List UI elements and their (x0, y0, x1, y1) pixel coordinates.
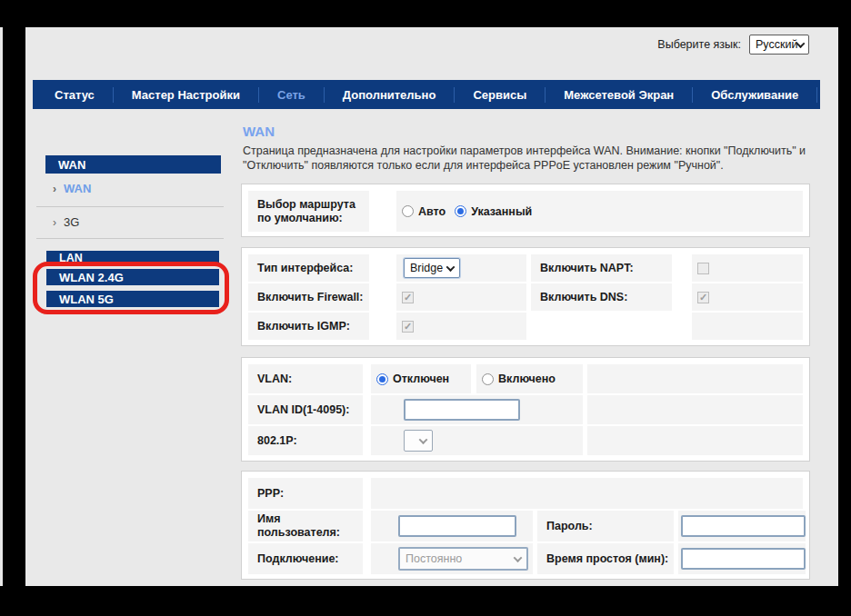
nav-item-maintenance[interactable]: Обслуживание (693, 88, 816, 102)
ppp-password-input[interactable] (681, 515, 806, 537)
vlan-label: VLAN: (248, 373, 292, 386)
igmp-checkbox (402, 321, 414, 333)
igmp-label: Включить IGMP: (248, 320, 350, 333)
page-description: Страница предназначена для настройки пар… (243, 144, 810, 173)
sidebar-item-wan[interactable]: › WAN (53, 182, 91, 195)
sidebar-item-wlan-5g[interactable]: WLAN 5G (46, 291, 219, 307)
ppp-section: PPP: Имя пользователя: Пароль: Подключен… (241, 471, 810, 580)
sidebar-header-lan: LAN (46, 251, 219, 265)
ppp-label: PPP: (248, 487, 284, 501)
route-auto-label: Авто (418, 205, 446, 218)
ppp-username-label: Имя пользователя: (248, 512, 363, 540)
ppp-password-label: Пароль: (537, 520, 593, 533)
interface-type-value: Bridge (410, 262, 443, 274)
sidebar-item-3g-label: 3G (64, 215, 79, 229)
firewall-checkbox (402, 292, 414, 303)
default-route-label: Выбор маршрута по умолчанию: (248, 198, 369, 225)
route-auto-radio[interactable] (402, 205, 414, 217)
language-label: Выберите язык: (657, 38, 741, 51)
vlan-id-label: VLAN ID(1-4095): (248, 403, 349, 417)
nav-item-network[interactable]: Сеть (259, 88, 324, 102)
language-select-value: Русский (756, 38, 797, 51)
nav-item-firewall[interactable]: Межсетевой Экран (546, 88, 692, 102)
router-admin-page: Выберите язык: Русский Статус Мастер Нас… (25, 27, 838, 586)
arrow-right-icon: › (53, 217, 56, 228)
firewall-label: Включить Firewall: (248, 291, 364, 304)
ppp-idle-label: Время простоя (мин): (537, 552, 668, 566)
nav-item-services[interactable]: Сервисы (455, 88, 545, 102)
napt-label: Включить NAPT: (531, 262, 634, 275)
ppp-connection-select: Постоянно (398, 547, 528, 571)
sidebar-item-wlan-24g[interactable]: WLAN 2.4G (46, 269, 219, 285)
vlan-id-input[interactable] (404, 399, 520, 421)
route-specified-radio[interactable] (455, 205, 466, 217)
language-select[interactable]: Русский (749, 35, 809, 55)
nav-item-status[interactable]: Статус (36, 88, 113, 102)
nav-divider (816, 87, 817, 103)
vlan-enabled-label: Включено (498, 373, 556, 385)
chevron-down-icon (514, 553, 523, 562)
default-route-section: Выбор маршрута по умолчанию: Авто Указан… (241, 184, 810, 237)
sidebar-divider (36, 238, 224, 239)
sidebar-divider (36, 206, 224, 207)
sidebar-item-3g[interactable]: › 3G (53, 215, 79, 229)
nav-item-wizard[interactable]: Мастер Настройки (114, 88, 258, 102)
ppp-connection-label: Подключение: (248, 552, 339, 566)
chevron-down-icon (796, 39, 806, 48)
top-navigation: Статус Мастер Настройки Сеть Дополнитель… (33, 80, 820, 109)
window-edge (0, 27, 3, 586)
dns-checkbox (697, 292, 709, 303)
sidebar-header-wan: WAN (45, 155, 221, 174)
ppp-connection-value: Постоянно (405, 552, 462, 565)
chevron-down-icon (446, 263, 456, 272)
vlan-section: VLAN: Отключен Включено VLAN ID(1-4095): (241, 357, 810, 462)
page-title: WAN (243, 124, 275, 139)
route-specified-label: Указанный (471, 205, 532, 218)
language-selector: Выберите язык: Русский (657, 35, 809, 55)
dns-label: Включить DNS: (531, 291, 627, 304)
ppp-idle-input[interactable] (681, 548, 806, 570)
chevron-down-icon (419, 435, 428, 444)
arrow-right-icon: › (53, 184, 56, 194)
vlan-priority-label: 802.1P: (248, 434, 297, 448)
vlan-priority-select (404, 430, 433, 452)
ppp-username-input[interactable] (398, 515, 516, 537)
vlan-disabled-radio[interactable] (376, 373, 388, 385)
vlan-disabled-label: Отключен (393, 373, 449, 385)
nav-item-advanced[interactable]: Дополнительно (325, 88, 455, 102)
vlan-enabled-radio[interactable] (482, 373, 494, 385)
interface-type-label: Тип интерфейса: (248, 262, 353, 275)
interface-type-select[interactable]: Bridge (404, 258, 460, 278)
interface-section: Тип интерфейса: Bridge Включить NAPT: Вк… (241, 247, 810, 346)
sidebar-item-wan-label: WAN (64, 182, 91, 195)
napt-checkbox (697, 263, 709, 274)
